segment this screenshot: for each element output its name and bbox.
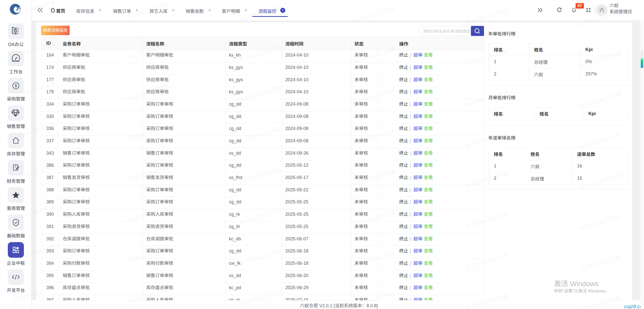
svg-text:?: ? [14, 165, 16, 169]
svg-text:$: $ [15, 83, 17, 88]
